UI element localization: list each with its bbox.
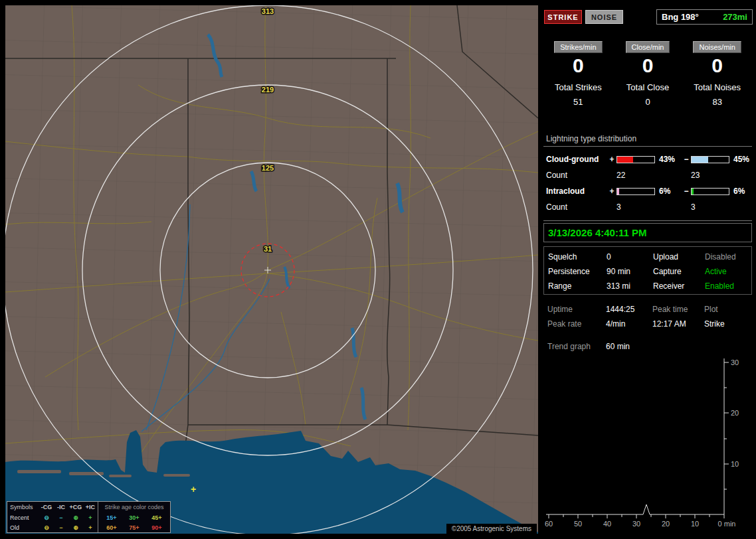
strikes-per-min-value: 0	[543, 54, 613, 77]
noises-per-min-value: 0	[682, 54, 752, 77]
distribution-table: Cloud-ground + 43% − 45% Count 22 23 Int…	[543, 147, 752, 212]
ic-positive-bar	[616, 188, 655, 195]
old-pos-ic-icon: +	[83, 524, 98, 531]
x-tick-20: 20	[662, 520, 670, 528]
close-per-min-button[interactable]: Close/min	[626, 41, 670, 53]
recent-pos-ic-icon: +	[83, 514, 98, 521]
strikes-counter: Strikes/min 0 Total Strikes 51	[543, 41, 613, 107]
x-tick-10: 10	[691, 520, 699, 528]
x-tick-0-min: 0 min	[718, 520, 736, 528]
ic-positive-percent: 6%	[655, 187, 682, 196]
range-value: 313 mi	[607, 281, 653, 291]
cg-negative-bar	[691, 156, 729, 163]
y-tick-10: 10	[731, 460, 739, 468]
trend-graph-header: Trend graph 60 min	[543, 342, 752, 351]
persistence-label: Persistence	[548, 267, 607, 276]
close-per-min-value: 0	[613, 54, 683, 77]
strike-age-header: Strike age color codes	[100, 504, 168, 510]
peak-time-value: 12:17 AM	[652, 319, 704, 329]
old-neg-ic-icon: −	[54, 524, 68, 531]
ring-label-125: 125	[262, 164, 274, 172]
nexstorm-window: { "window": { "credit": "©2005 Astrogeni…	[0, 0, 756, 539]
ring-label-31: 31	[264, 245, 272, 253]
legend-recent-label: Recent	[10, 514, 39, 521]
ic-minus-sign: −	[682, 187, 691, 196]
total-noises-value: 83	[682, 97, 752, 107]
uptime-value: 1444:25	[606, 305, 652, 314]
cg-positive-bar-fill	[617, 157, 633, 163]
cg-negative-percent: 45%	[729, 155, 752, 164]
status-panel: Squelch 0 Upload Disabled Persistence 90…	[543, 246, 752, 295]
y-tick-30: 30	[731, 358, 739, 366]
x-tick-30: 30	[632, 520, 640, 528]
age-90: 90+	[145, 524, 168, 531]
bearing-readout: Bng 198° 273mi	[656, 9, 753, 25]
x-tick-40: 40	[603, 520, 611, 528]
right-panel: STRIKE NOISE Bng 198° 273mi Strikes/min …	[543, 0, 752, 539]
symbol-legend: Symbols -CG -IC +CG +IC Recent ⊖ − ⊕ + O…	[7, 501, 171, 533]
cg-positive-count: 22	[616, 171, 655, 180]
peak-rate-label: Peak rate	[547, 319, 606, 329]
plot-value: Strike	[704, 319, 752, 329]
ic-positive-bar-fill	[617, 189, 619, 194]
age-45: 45+	[145, 514, 168, 521]
total-noises-label: Total Noises	[682, 82, 752, 92]
legend-age-section: Strike age color codes 15+ 30+ 45+ 60+ 7…	[98, 502, 170, 532]
cg-plus-sign: +	[607, 155, 616, 164]
legend-col-pos-cg: +CG	[68, 504, 83, 510]
cg-negative-bar-fill	[692, 157, 708, 163]
cg-positive-bar	[616, 156, 655, 163]
total-strikes-label: Total Strikes	[543, 82, 613, 92]
copyright-notice: ©2005 Astrogenic Systems	[446, 524, 537, 534]
upload-status: Disabled	[705, 252, 751, 262]
recent-neg-cg-icon: ⊖	[39, 514, 54, 521]
cloud-ground-label: Cloud-ground	[543, 155, 607, 164]
capture-label: Capture	[653, 267, 705, 276]
strikes-per-min-button[interactable]: Strikes/min	[554, 41, 602, 53]
legend-symbols-section: Symbols -CG -IC +CG +IC Recent ⊖ − ⊕ + O…	[7, 502, 98, 532]
capture-status: Active	[705, 267, 751, 276]
total-close-label: Total Close	[613, 82, 683, 92]
rate-counters: Strikes/min 0 Total Strikes 51 Close/min…	[543, 41, 752, 107]
ring-label-219: 219	[262, 86, 274, 94]
noise-indicator-button[interactable]: NOISE	[585, 10, 623, 24]
datetime-display: 3/13/2026 4:40:11 PM	[543, 223, 752, 242]
age-60: 60+	[100, 524, 123, 531]
ic-negative-bar-fill	[692, 189, 694, 194]
ic-negative-bar	[691, 188, 729, 195]
ic-negative-percent: 6%	[729, 187, 752, 196]
trend-trace	[546, 504, 724, 514]
receiver-status: Enabled	[705, 281, 751, 291]
age-75: 75+	[123, 524, 145, 531]
cg-minus-sign: −	[682, 155, 691, 164]
ring-label-313: 313	[262, 7, 274, 15]
noises-per-min-button[interactable]: Noises/min	[693, 41, 741, 53]
lightning-distribution-section: Lightning type distribution Cloud-ground…	[543, 134, 752, 221]
trend-graph: 30 20 10 60 50 40 30 20 10 0 min	[543, 352, 752, 536]
trend-graph-label: Trend graph	[547, 342, 606, 351]
peak-rate-value: 4/min	[606, 319, 652, 329]
old-positive-cg-strike-icon: +	[191, 484, 196, 495]
recent-pos-cg-icon: ⊕	[68, 514, 83, 521]
distribution-header: Lightning type distribution	[543, 134, 752, 147]
age-15: 15+	[100, 514, 123, 521]
legend-old-label: Old	[10, 524, 39, 531]
ic-positive-count: 3	[616, 202, 655, 212]
noises-counter: Noises/min 0 Total Noises 83	[682, 41, 752, 107]
x-tick-60: 60	[545, 520, 553, 528]
bearing-value: Bng 198°	[662, 12, 699, 22]
squelch-label: Squelch	[548, 252, 607, 262]
uptime-label: Uptime	[547, 305, 606, 314]
legend-col-pos-ic: +IC	[83, 504, 98, 510]
cg-positive-percent: 43%	[655, 155, 682, 164]
plot-label: Plot	[704, 305, 752, 314]
x-tick-50: 50	[574, 520, 582, 528]
ic-negative-count: 3	[691, 202, 729, 212]
intracloud-label: Intracloud	[543, 187, 607, 196]
cg-negative-count: 23	[691, 171, 729, 180]
ic-plus-sign: +	[607, 187, 616, 196]
radar-map[interactable]: + 313 219 125 31 Symbols -CG -IC +CG +IC…	[5, 5, 538, 534]
strike-indicator-button[interactable]: STRIKE	[544, 10, 582, 24]
total-strikes-value: 51	[543, 97, 613, 107]
stats-panel: Uptime 1444:25 Peak time Plot Peak rate …	[543, 305, 752, 329]
